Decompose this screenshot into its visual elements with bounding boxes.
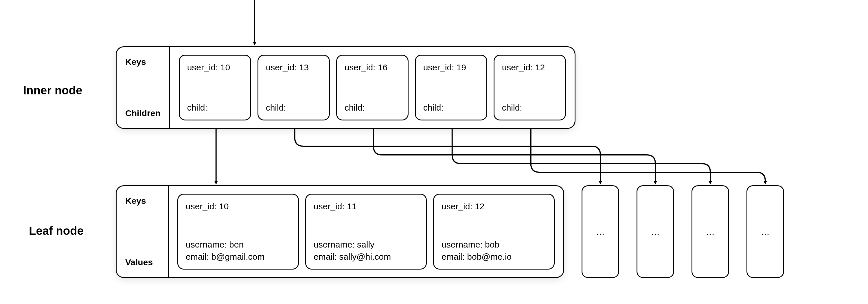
leaf-slot-email: email: bob@me.io xyxy=(441,252,546,262)
inner-node-slots: user_id: 10child:user_id: 13child:user_i… xyxy=(170,47,575,128)
inner-slot-key: user_id: 16 xyxy=(345,63,400,72)
inner-slot-child: child: xyxy=(423,103,479,113)
inner-node: Keys Children user_id: 10child:user_id: … xyxy=(116,46,576,129)
inner-slot-child: child: xyxy=(502,103,558,113)
inner-slot: user_id: 12child: xyxy=(494,55,566,120)
inner-slot: user_id: 19child: xyxy=(415,55,487,120)
child-label: child: xyxy=(502,103,522,113)
inner-slot: user_id: 10child: xyxy=(179,55,251,120)
ellipsis-icon: ... xyxy=(596,226,604,237)
leaf-slot-email: email: sally@hi.com xyxy=(314,252,418,262)
leaf-slot-email: email: b@gmail.com xyxy=(186,252,290,262)
inner-slot-child: child: xyxy=(345,103,400,113)
leaf-slot: user_id: 10username: benemail: b@gmail.c… xyxy=(177,194,299,270)
leaf-node-placeholder: ... xyxy=(746,185,784,278)
leaf-node: Keys Values user_id: 10username: benemai… xyxy=(116,185,564,278)
values-label: Values xyxy=(125,257,159,267)
child-label: child: xyxy=(345,103,365,113)
inner-slot: user_id: 13child: xyxy=(257,55,330,120)
leaf-slot-key: user_id: 11 xyxy=(314,202,418,211)
leaf-slot-key: user_id: 12 xyxy=(441,202,546,211)
leaf-slot-username: username: bob xyxy=(441,240,546,249)
leaf-node-side-labels: Keys Values xyxy=(117,186,169,277)
leaf-node-placeholder: ... xyxy=(582,185,619,278)
children-label: Children xyxy=(125,108,161,118)
leaf-slot-username: username: ben xyxy=(186,240,290,249)
keys-label: Keys xyxy=(125,57,161,67)
child-label: child: xyxy=(423,103,443,113)
child-label: child: xyxy=(187,103,208,113)
leaf-node-label: Leaf node xyxy=(29,224,84,237)
inner-slot: user_id: 16child: xyxy=(336,55,408,120)
ellipsis-icon: ... xyxy=(761,226,769,237)
leaf-slot-username: username: sally xyxy=(314,240,418,249)
inner-node-side-labels: Keys Children xyxy=(117,47,170,128)
inner-slot-key: user_id: 12 xyxy=(502,63,558,72)
inner-slot-key: user_id: 19 xyxy=(423,63,479,72)
leaf-slot: user_id: 12username: bobemail: bob@me.io xyxy=(433,194,555,270)
inner-slot-key: user_id: 13 xyxy=(266,63,321,72)
ellipsis-icon: ... xyxy=(651,226,659,237)
child-label: child: xyxy=(266,103,286,113)
leaf-slot: user_id: 11username: sallyemail: sally@h… xyxy=(305,194,427,270)
keys-label: Keys xyxy=(125,196,159,206)
inner-slot-child: child: xyxy=(187,103,243,113)
ellipsis-icon: ... xyxy=(706,226,714,237)
leaf-node-slots: user_id: 10username: benemail: b@gmail.c… xyxy=(169,186,563,277)
inner-node-label: Inner node xyxy=(23,84,82,97)
inner-slot-key: user_id: 10 xyxy=(187,63,243,72)
inner-slot-child: child: xyxy=(266,103,321,113)
leaf-node-placeholder: ... xyxy=(691,185,729,278)
leaf-node-placeholder: ... xyxy=(637,185,674,278)
leaf-slot-key: user_id: 10 xyxy=(186,202,290,211)
